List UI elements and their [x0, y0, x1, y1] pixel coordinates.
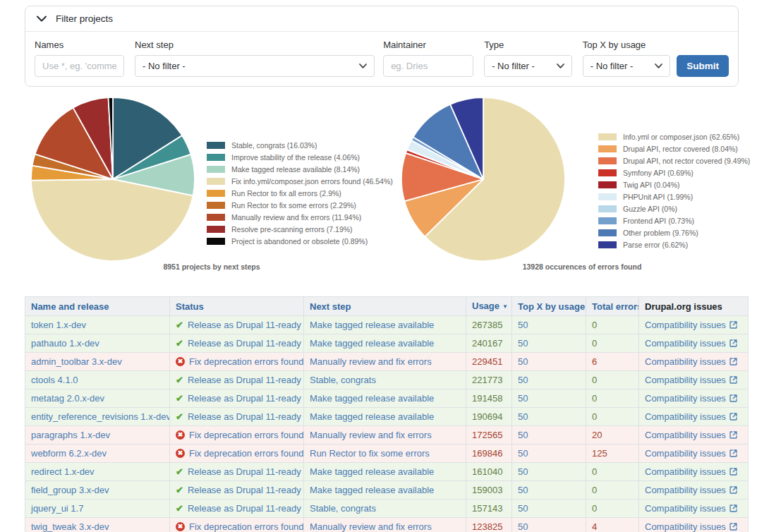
legend-item: Make tagged release available (8.14%)	[207, 163, 393, 175]
status-text: Release as Drupal 11-ready	[188, 502, 301, 514]
filter-collapse-toggle[interactable]: Filter projects	[25, 6, 738, 32]
project-name: webform 6.2.x-dev	[31, 448, 107, 459]
type-label: Type	[484, 40, 572, 50]
top-x-cell: 50	[512, 518, 586, 532]
legend-swatch	[598, 133, 617, 140]
table-row: entity_reference_revisions 1.x-dev✔Relea…	[25, 408, 749, 426]
compatibility-issues-link[interactable]: Compatibility issues	[645, 502, 737, 514]
status-cell: ✔Release as Drupal 11-ready	[170, 500, 304, 518]
table-row: metatag 2.0.x-dev✔Release as Drupal 11-r…	[25, 389, 749, 408]
top-x-cell: 50	[512, 426, 586, 445]
submit-button[interactable]: Submit	[677, 55, 729, 77]
issues-cell: Compatibility issues	[639, 518, 749, 532]
project-name-cell: field_group 3.x-dev	[25, 481, 170, 500]
compatibility-issues-link[interactable]: Compatibility issues	[645, 392, 737, 404]
project-name-cell: jquery_ui 1.7	[25, 500, 170, 518]
compatibility-issues-link[interactable]: Compatibility issues	[645, 374, 737, 386]
issues-link-label: Compatibility issues	[645, 374, 726, 386]
status-cell: ✖Fix deprecation errors found	[170, 518, 304, 532]
legend-swatch	[598, 181, 617, 188]
next-step-select[interactable]: - No filter -	[135, 55, 375, 77]
names-input[interactable]	[35, 55, 124, 77]
legend-item: Manually review and fix errors (11.94%)	[207, 211, 393, 223]
column-header-label: Top X by usage	[518, 301, 585, 312]
legend-item: PHPUnit API (1.99%)	[598, 191, 750, 202]
issues-cell: Compatibility issues	[639, 426, 749, 445]
table-row: token 1.x-dev✔Release as Drupal 11-ready…	[25, 316, 749, 334]
compatibility-issues-link[interactable]: Compatibility issues	[645, 319, 737, 331]
column-header-top-x-by-usage[interactable]: Top X by usage	[512, 297, 586, 316]
legend-swatch	[598, 193, 617, 200]
total-errors-cell: 0	[586, 334, 639, 353]
project-name-cell: ctools 4.1.0	[25, 371, 170, 389]
chevron-down-icon	[359, 64, 367, 68]
next-step-cell: Make tagged release available	[304, 481, 466, 500]
legend-label: Resolve pre-scanning errors (7.19%)	[231, 225, 353, 234]
legend-swatch	[598, 157, 617, 164]
error-circle-icon: ✖	[176, 357, 185, 366]
compatibility-issues-link[interactable]: Compatibility issues	[645, 521, 737, 532]
usage-cell: 240167	[466, 334, 512, 353]
compatibility-issues-link[interactable]: Compatibility issues	[645, 337, 737, 349]
column-header-label: Name and release	[31, 301, 109, 312]
next-step-cell: Make tagged release available	[304, 408, 466, 426]
filter-form: Names Next step - No filter - Maintainer…	[25, 32, 738, 86]
check-icon: ✔	[176, 374, 183, 386]
check-icon: ✔	[176, 319, 183, 331]
legend-swatch	[207, 142, 225, 149]
column-header-next-step[interactable]: Next step	[304, 297, 466, 316]
pie-slice-3	[31, 179, 193, 261]
status-text: Release as Drupal 11-ready	[188, 411, 301, 423]
projects-table: Name and releaseStatusNext stepUsage▼Top…	[25, 296, 749, 532]
issues-cell: Compatibility issues	[639, 500, 749, 518]
legend-swatch	[598, 229, 617, 236]
project-name-cell: webform 6.2.x-dev	[25, 445, 170, 463]
top-x-cell: 50	[512, 500, 586, 518]
compatibility-issues-link[interactable]: Compatibility issues	[645, 429, 737, 441]
top-x-select[interactable]: - No filter -	[583, 55, 671, 77]
compatibility-issues-link[interactable]: Compatibility issues	[645, 411, 737, 423]
column-header-usage[interactable]: Usage▼	[466, 297, 512, 316]
legend-label: Make tagged release available (8.14%)	[231, 165, 360, 174]
column-header-total-errors[interactable]: Total errors	[586, 297, 639, 316]
usage-cell: 190694	[466, 408, 512, 426]
project-name-cell: entity_reference_revisions 1.x-dev	[25, 408, 170, 426]
status-text: Release as Drupal 11-ready	[188, 466, 301, 478]
status-text: Release as Drupal 11-ready	[188, 337, 301, 349]
issues-link-label: Compatibility issues	[645, 429, 726, 441]
maintainer-input[interactable]	[383, 55, 473, 77]
total-errors-cell: 0	[586, 316, 639, 334]
compatibility-issues-link[interactable]: Compatibility issues	[645, 484, 737, 496]
column-header-name-and-release[interactable]: Name and release	[25, 297, 170, 316]
legend-swatch	[207, 154, 225, 161]
column-header-status[interactable]: Status	[170, 297, 304, 316]
legend-label: Info.yml or composer.json (62.65%)	[623, 133, 739, 141]
project-name-cell: token 1.x-dev	[25, 316, 170, 334]
legend-label: Drupal API, rector covered (8.04%)	[623, 145, 738, 153]
usage-cell: 172565	[466, 426, 512, 445]
project-name: ctools 4.1.0	[31, 375, 78, 385]
usage-cell: 159003	[466, 481, 512, 500]
external-link-icon	[729, 376, 737, 384]
issues-cell: Compatibility issues	[639, 353, 749, 371]
compatibility-issues-link[interactable]: Compatibility issues	[645, 466, 737, 478]
usage-cell: 229451	[466, 353, 512, 371]
project-name-cell: paragraphs 1.x-dev	[25, 426, 170, 445]
column-header-label: Status	[176, 301, 204, 312]
legend-item: Run Rector to fix all errors (2.9%)	[207, 187, 393, 199]
table-row: field_group 3.x-dev✔Release as Drupal 11…	[25, 481, 749, 500]
total-errors-cell: 0	[586, 481, 639, 500]
top-x-label: Top X by usage	[583, 40, 671, 50]
type-select[interactable]: - No filter -	[484, 55, 572, 77]
project-name: jquery_ui 1.7	[31, 503, 83, 514]
legend-item: Improve stability of the release (4.06%)	[207, 151, 393, 163]
project-name-cell: twig_tweak 3.x-dev	[25, 518, 170, 532]
issues-link-label: Compatibility issues	[645, 356, 726, 368]
issues-link-label: Compatibility issues	[645, 521, 726, 532]
next-step-cell: Manually review and fix errors	[304, 426, 466, 445]
legend-swatch	[598, 169, 617, 176]
issues-cell: Compatibility issues	[639, 408, 749, 426]
table-row: redirect 1.x-dev✔Release as Drupal 11-re…	[25, 463, 749, 481]
compatibility-issues-link[interactable]: Compatibility issues	[645, 356, 737, 368]
compatibility-issues-link[interactable]: Compatibility issues	[645, 447, 737, 459]
